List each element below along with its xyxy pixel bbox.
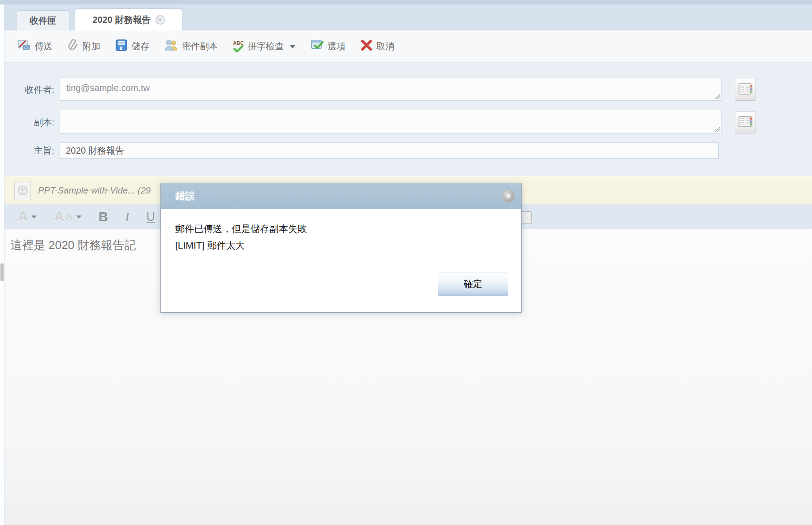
file-attachment-icon (14, 181, 31, 200)
to-row: 收件者: ting@sample.com.tw (4, 77, 756, 103)
address-book-icon (739, 83, 753, 97)
tab-inbox[interactable]: 收件匣 (17, 11, 69, 30)
dialog-message-line1: 郵件已傳送，但是儲存副本失敗 (175, 220, 507, 237)
tab-close-icon[interactable]: ✕ (155, 15, 165, 25)
cancel-button[interactable]: 取消 (361, 39, 394, 53)
font-size-icon: A (54, 209, 64, 225)
subject-row: 主旨: (4, 142, 719, 159)
chevron-down-icon (31, 215, 37, 219)
font-family-button[interactable]: A (18, 209, 37, 225)
send-label: 傳送 (35, 40, 52, 52)
subject-input[interactable] (60, 142, 719, 159)
error-dialog: 錯誤 ✕ 郵件已傳送，但是儲存副本失敗 [LIMIT] 郵件太大 確定 (160, 183, 522, 313)
cc-label: 副本: (4, 116, 60, 129)
options-label: 選項 (328, 40, 346, 52)
toolbar-button-partial[interactable] (521, 211, 532, 224)
send-icon (18, 39, 30, 53)
compose-toolbar: 傳送 附加 儲存 (4, 30, 812, 63)
spellcheck-button[interactable]: ABC 拼字檢查 (233, 40, 296, 52)
font-size-icon-small: A (66, 211, 73, 222)
save-label: 儲存 (131, 40, 149, 52)
save-button[interactable]: 儲存 (116, 39, 149, 53)
ok-button[interactable]: 確定 (438, 272, 508, 296)
bcc-button[interactable]: 密件副本 (164, 39, 218, 53)
send-button[interactable]: 傳送 (18, 39, 52, 53)
cc-addressbook-button[interactable] (735, 112, 756, 133)
to-label: 收件者: (4, 84, 60, 96)
subject-label: 主旨: (4, 142, 60, 159)
cc-input[interactable] (60, 110, 722, 133)
bcc-icon (164, 39, 178, 53)
compose-fields-panel: 收件者: ting@sample.com.tw (4, 63, 812, 176)
attach-button[interactable]: 附加 (68, 39, 100, 53)
dialog-message-line2: [LIMIT] 郵件太大 (175, 237, 507, 254)
scrollbar-thumb[interactable] (0, 263, 4, 281)
to-addressbook-button[interactable] (735, 79, 756, 101)
save-icon (116, 39, 127, 53)
options-icon (311, 39, 324, 53)
dialog-title: 錯誤 (175, 189, 195, 203)
resize-grip-icon[interactable] (714, 93, 721, 101)
cc-row: 副本: (4, 110, 756, 135)
bold-button[interactable]: B (99, 210, 108, 224)
spellcheck-icon: ABC (233, 41, 244, 52)
attach-label: 附加 (82, 40, 100, 52)
options-button[interactable]: 選項 (311, 39, 346, 53)
tab-bar: 收件匣 2020 財務報告 ✕ (4, 4, 812, 30)
font-size-button[interactable]: A A (54, 209, 82, 225)
dialog-title-bar[interactable]: 錯誤 ✕ (161, 183, 521, 209)
font-family-icon: A (18, 209, 28, 225)
attach-icon (68, 39, 78, 53)
close-icon[interactable]: ✕ (502, 189, 515, 202)
dialog-body: 郵件已傳送，但是儲存副本失敗 [LIMIT] 郵件太大 (161, 209, 521, 254)
resize-grip-icon[interactable] (714, 125, 721, 134)
chevron-down-icon (76, 215, 82, 219)
chevron-down-icon[interactable] (289, 45, 296, 48)
to-input[interactable]: ting@sample.com.tw (60, 77, 722, 101)
window-top-strip (0, 0, 812, 4)
cancel-icon (361, 39, 372, 53)
cancel-label: 取消 (376, 40, 394, 52)
tab-compose[interactable]: 2020 財務報告 ✕ (75, 9, 182, 30)
italic-button[interactable]: I (125, 210, 130, 224)
tab-inbox-label: 收件匣 (30, 15, 56, 27)
tab-compose-label: 2020 財務報告 (92, 14, 151, 26)
bcc-label: 密件副本 (182, 40, 218, 52)
underline-button[interactable]: U (147, 210, 155, 224)
address-book-icon (739, 116, 753, 129)
spellcheck-label: 拼字檢查 (248, 40, 284, 52)
attachment-name[interactable]: PPT-Sample-with-Vide... (29 (38, 185, 151, 196)
